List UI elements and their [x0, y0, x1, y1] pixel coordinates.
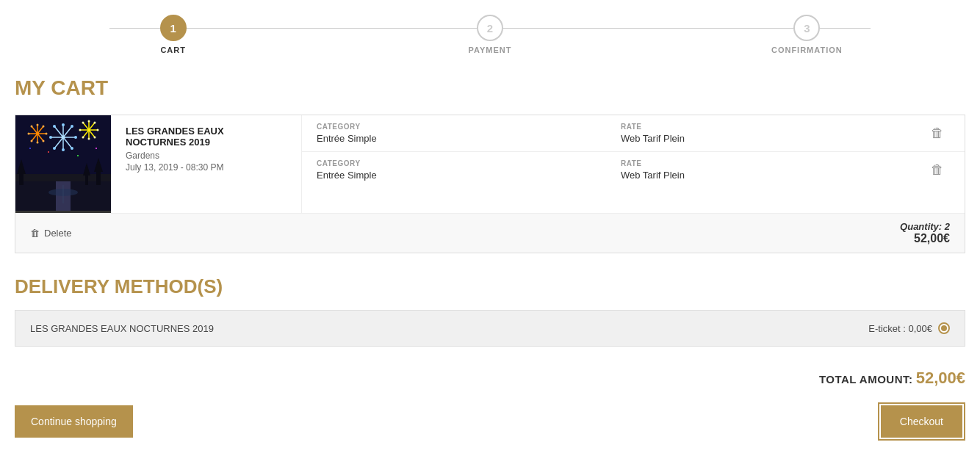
- ticket-col-category-1: CATEGORY Entrée Simple: [317, 123, 621, 144]
- total-section: TOTAL AMOUNT: 52,00€: [15, 369, 965, 388]
- svg-point-22: [46, 133, 48, 135]
- checkout-stepper: 1 CART 2 PAYMENT 3 CONFIRMATION: [15, 0, 965, 62]
- rate-value-2: Web Tarif Plein: [621, 170, 925, 181]
- cart-card: LES GRANDES EAUX NOCTURNES 2019 Gardens …: [15, 115, 965, 253]
- step-label-cart: CART: [160, 46, 186, 54]
- step-cart: 1 CART: [15, 15, 331, 54]
- category-label-1: CATEGORY: [317, 123, 621, 131]
- svg-point-39: [74, 136, 77, 139]
- delivery-row: LES GRANDES EAUX NOCTURNES 2019 E-ticket…: [15, 311, 965, 346]
- category-value-1: Entrée Simple: [317, 133, 621, 144]
- ticket-col-category-2: CATEGORY Entrée Simple: [317, 159, 621, 181]
- cart-price: 52,00€: [900, 232, 950, 245]
- svg-point-25: [37, 124, 39, 126]
- delivery-section-title: DELIVERY METHOD(S): [15, 275, 965, 298]
- checkout-button-wrapper: Checkout: [878, 402, 965, 441]
- svg-point-62: [77, 155, 79, 156]
- bottom-actions: Continue shopping Checkout: [15, 402, 965, 441]
- svg-point-59: [88, 120, 90, 123]
- ticket-col-rate-2: RATE Web Tarif Plein: [621, 159, 925, 181]
- delete-label: Delete: [44, 228, 72, 239]
- svg-point-26: [37, 142, 39, 144]
- ticket-row-2: CATEGORY Entrée Simple RATE Web Tarif Pl…: [302, 152, 965, 188]
- category-value-2: Entrée Simple: [317, 170, 621, 181]
- step-label-payment: PAYMENT: [469, 46, 512, 54]
- delivery-card: LES GRANDES EAUX NOCTURNES 2019 E-ticket…: [15, 310, 965, 347]
- category-label-2: CATEGORY: [317, 159, 621, 167]
- quantity-text: Quantity: 2: [900, 221, 950, 232]
- step-confirmation: 3 CONFIRMATION: [649, 15, 965, 54]
- cart-footer: 🗑 Delete Quantity: 2 52,00€: [15, 213, 965, 253]
- total-amount: 52,00€: [916, 369, 965, 387]
- page-title: MY CART: [15, 76, 965, 100]
- svg-point-57: [82, 137, 84, 139]
- checkout-button[interactable]: Checkout: [881, 405, 962, 438]
- svg-point-64: [96, 148, 97, 149]
- quantity-value: 2: [945, 221, 950, 232]
- ticket-row-1: CATEGORY Entrée Simple RATE Web Tarif Pl…: [302, 115, 965, 152]
- delivery-radio[interactable]: [938, 322, 950, 334]
- continue-shopping-button[interactable]: Continue shopping: [15, 405, 133, 438]
- svg-point-40: [53, 147, 56, 150]
- svg-point-63: [29, 148, 31, 149]
- svg-point-36: [53, 125, 56, 128]
- rate-value-1: Web Tarif Plein: [621, 133, 925, 144]
- svg-point-19: [31, 126, 33, 128]
- delivery-event-name: LES GRANDES EAUX NOCTURNES 2019: [30, 323, 214, 334]
- svg-point-56: [97, 129, 99, 131]
- event-subtitle-location: Gardens: [126, 151, 287, 161]
- delivery-option-label: E-ticket : 0,00€: [868, 323, 932, 334]
- svg-point-43: [62, 148, 65, 151]
- delete-button[interactable]: 🗑 Delete: [30, 228, 72, 239]
- svg-point-38: [49, 136, 52, 139]
- step-label-confirmation: CONFIRMATION: [771, 46, 843, 54]
- cart-tickets: CATEGORY Entrée Simple RATE Web Tarif Pl…: [302, 115, 965, 213]
- svg-point-21: [28, 133, 30, 135]
- event-image: [15, 115, 111, 213]
- svg-point-55: [79, 129, 82, 131]
- rate-label-1: RATE: [621, 123, 925, 131]
- delete-ticket-1[interactable]: 🗑: [925, 123, 950, 144]
- svg-point-54: [94, 122, 96, 124]
- step-circle-1: 1: [160, 15, 187, 41]
- fireworks-illustration: [15, 115, 111, 211]
- cart-item-top: LES GRANDES EAUX NOCTURNES 2019 Gardens …: [15, 115, 965, 213]
- quantity-total: Quantity: 2 52,00€: [900, 221, 950, 245]
- svg-point-42: [62, 123, 65, 126]
- quantity-label: Quantity:: [900, 221, 942, 232]
- step-payment: 2 PAYMENT: [331, 15, 648, 54]
- ticket-col-rate-1: RATE Web Tarif Plein: [621, 123, 925, 144]
- svg-point-20: [43, 126, 45, 128]
- event-name: LES GRANDES EAUX NOCTURNES 2019: [126, 126, 287, 148]
- rate-label-2: RATE: [621, 159, 925, 167]
- trash-icon: 🗑: [30, 228, 40, 239]
- svg-point-53: [82, 122, 84, 124]
- step-circle-3: 3: [793, 15, 820, 41]
- svg-point-41: [71, 147, 73, 150]
- svg-point-37: [71, 125, 73, 128]
- event-info: LES GRANDES EAUX NOCTURNES 2019 Gardens …: [111, 115, 302, 213]
- event-subtitle-date: July 13, 2019 - 08:30 PM: [126, 162, 287, 173]
- svg-point-61: [48, 151, 49, 153]
- svg-point-24: [43, 140, 45, 142]
- total-label: TOTAL AMOUNT:: [819, 373, 913, 385]
- svg-point-23: [31, 140, 33, 142]
- delivery-option[interactable]: E-ticket : 0,00€: [868, 322, 950, 334]
- step-circle-2: 2: [477, 15, 503, 41]
- svg-point-58: [94, 137, 96, 139]
- svg-point-60: [88, 138, 90, 140]
- delete-ticket-2[interactable]: 🗑: [925, 159, 950, 181]
